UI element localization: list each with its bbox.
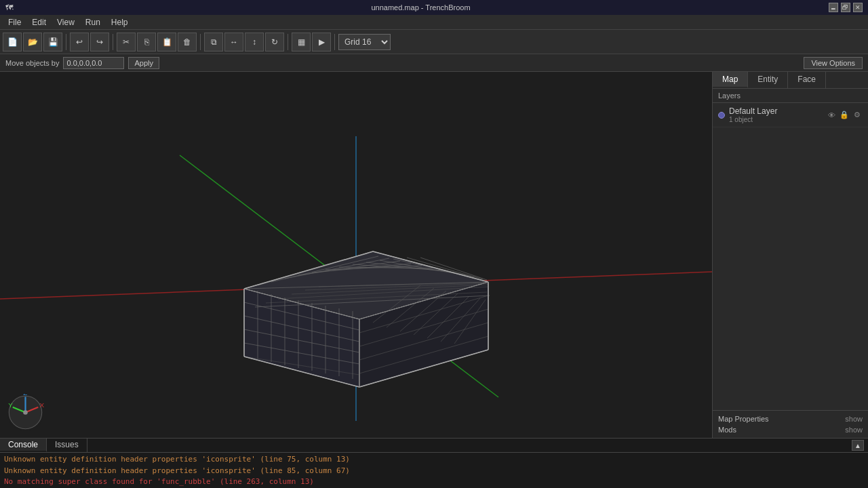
- delete-button[interactable]: 🗑: [178, 33, 197, 52]
- svg-point-68: [23, 410, 28, 415]
- view-options-button[interactable]: View Options: [804, 57, 863, 69]
- title-bar-controls: 🗕 🗗 ✕: [829, 3, 863, 12]
- map-properties-show[interactable]: show: [845, 415, 863, 423]
- mods-show[interactable]: show: [845, 426, 863, 434]
- scroll-up-button[interactable]: ▲: [852, 440, 864, 451]
- apply-button[interactable]: Apply: [128, 57, 159, 69]
- axis-indicator: X Y Z: [7, 394, 44, 431]
- menu-bar: File Edit View Run Help: [0, 15, 868, 30]
- tab-entity[interactable]: Entity: [748, 72, 788, 88]
- console-line-1: Unknown entity definition header propert…: [4, 454, 864, 466]
- viewport-3d[interactable]: X Y Z: [0, 72, 712, 438]
- bottom-panel: Console Issues ▲ Unknown entity definiti…: [0, 438, 868, 488]
- move-input[interactable]: [63, 57, 124, 69]
- title-bar: 🗺 unnamed.map - TrenchBroom 🗕 🗗 ✕: [0, 0, 868, 15]
- separator-2: [113, 34, 113, 50]
- open-button[interactable]: 📂: [23, 33, 42, 52]
- mods-row: Mods show: [718, 424, 863, 435]
- console-line-2: Unknown entity definition header propert…: [4, 466, 864, 477]
- tab-map[interactable]: Map: [713, 72, 748, 88]
- close-button[interactable]: ✕: [853, 3, 863, 12]
- copy-button[interactable]: ⎘: [137, 33, 156, 52]
- new-button[interactable]: 📄: [3, 33, 22, 52]
- layer-lock-button[interactable]: 🔒: [839, 110, 850, 121]
- compile-button[interactable]: ▶: [312, 33, 331, 52]
- title-bar-icon: 🗺: [5, 3, 13, 12]
- move-bar: Move objects by Apply View Options: [0, 54, 868, 72]
- menu-edit[interactable]: Edit: [26, 16, 52, 28]
- toolbar: 📄 📂 💾 ↩ ↪ ✂ ⎘ 📋 🗑 ⧉ ↔ ↕ ↻ ▦ ▶ Grid 16 Gr…: [0, 30, 868, 54]
- separator-1: [66, 34, 66, 50]
- mods-label: Mods: [718, 426, 736, 434]
- layer-name: Default Layer: [729, 106, 826, 116]
- undo-button[interactable]: ↩: [70, 33, 89, 52]
- save-button[interactable]: 💾: [43, 33, 62, 52]
- flip-x-button[interactable]: ↔: [224, 33, 243, 52]
- rotate-button[interactable]: ↻: [265, 33, 284, 52]
- duplicate-button[interactable]: ⧉: [204, 33, 223, 52]
- layers-header: Layers: [713, 89, 868, 103]
- tab-face[interactable]: Face: [788, 72, 826, 88]
- separator-3: [200, 34, 201, 50]
- separator-5: [334, 34, 335, 50]
- main-area: X Y Z Map Entity Face Layers: [0, 72, 868, 438]
- maximize-button[interactable]: 🗗: [841, 3, 850, 12]
- texture-button[interactable]: ▦: [292, 33, 311, 52]
- layer-item-default[interactable]: Default Layer 1 object 👁 🔒 ⚙: [713, 103, 868, 127]
- layer-name-wrap: Default Layer 1 object: [729, 106, 826, 123]
- console-line-3: No matching super class found for 'func_…: [4, 476, 864, 488]
- separator-4: [288, 34, 288, 50]
- cut-button[interactable]: ✂: [117, 33, 136, 52]
- svg-text:X: X: [39, 401, 44, 409]
- flip-y-button[interactable]: ↕: [245, 33, 264, 52]
- minimize-button[interactable]: 🗕: [829, 3, 838, 12]
- layer-icons: 👁 🔒 ⚙: [826, 110, 863, 121]
- layer-settings-button[interactable]: ⚙: [852, 110, 863, 121]
- tab-issues[interactable]: Issues: [47, 439, 87, 452]
- layer-count: 1 object: [729, 116, 826, 123]
- move-label: Move objects by: [5, 59, 59, 67]
- paste-button[interactable]: 📋: [157, 33, 176, 52]
- svg-text:Z: Z: [23, 394, 27, 396]
- menu-help[interactable]: Help: [106, 16, 134, 28]
- svg-text:Y: Y: [8, 401, 13, 409]
- map-properties-label: Map Properties: [718, 415, 769, 423]
- right-panel: Map Entity Face Layers Default Layer 1 o…: [712, 72, 868, 438]
- tab-console[interactable]: Console: [0, 439, 47, 452]
- console-output: Unknown entity definition header propert…: [0, 453, 868, 488]
- menu-file[interactable]: File: [3, 16, 26, 28]
- map-properties: Map Properties show Mods show: [713, 410, 868, 438]
- grid-select[interactable]: Grid 16 Grid 1 Grid 2 Grid 4 Grid 8 Grid…: [338, 34, 391, 50]
- window-title: unnamed.map - TrenchBroom: [371, 3, 470, 12]
- menu-run[interactable]: Run: [80, 16, 106, 28]
- console-tabs: Console Issues ▲: [0, 439, 868, 453]
- layers-list: Default Layer 1 object 👁 🔒 ⚙: [713, 103, 868, 410]
- panel-tabs: Map Entity Face: [713, 72, 868, 89]
- layer-visibility-button[interactable]: 👁: [826, 110, 837, 121]
- redo-button[interactable]: ↪: [90, 33, 109, 52]
- map-properties-row: Map Properties show: [718, 413, 863, 424]
- menu-view[interactable]: View: [52, 16, 80, 28]
- layer-radio: [718, 112, 725, 119]
